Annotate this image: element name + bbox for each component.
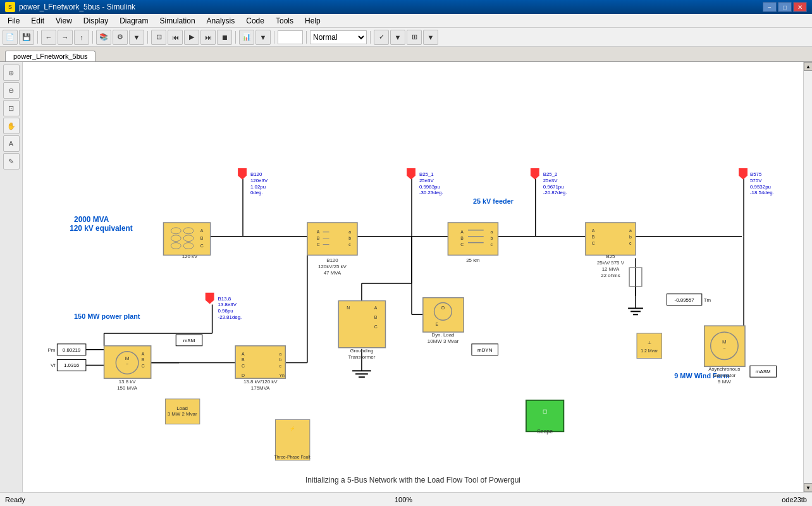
mode-select[interactable]: Normal Accelerator Rapid Accelerator <box>310 30 367 44</box>
menu-edit[interactable]: Edit <box>26 15 49 27</box>
svg-text:b: b <box>491 236 493 240</box>
settings-dropdown[interactable]: ▼ <box>129 30 144 45</box>
svg-text:25 km: 25 km <box>466 257 480 263</box>
canvas-area: mSM 0.80219 Pm 1.0316 Vf <box>23 62 803 492</box>
fit-button[interactable]: ⊡ <box>3 100 20 116</box>
svg-text:C: C <box>242 364 245 368</box>
grid-button[interactable]: ⊞ <box>407 30 422 45</box>
stop-button[interactable]: ⏹ <box>217 30 232 45</box>
svg-text:c: c <box>491 242 493 247</box>
up-button[interactable]: ↑ <box>74 30 89 45</box>
minimize-button[interactable]: − <box>763 2 777 12</box>
svg-text:Load: Load <box>176 405 188 411</box>
svg-text:c: c <box>629 241 632 245</box>
menu-tools[interactable]: Tools <box>271 15 298 27</box>
scope-dropdown[interactable]: ▼ <box>255 30 271 45</box>
run-dropdown[interactable]: ▼ <box>390 30 405 45</box>
svg-text:A: A <box>317 230 320 234</box>
redo-button[interactable]: → <box>58 30 73 45</box>
svg-text:120 kV: 120 kV <box>182 254 198 259</box>
svg-text:Yn: Yn <box>279 373 285 378</box>
scope-btn[interactable]: 📊 <box>239 30 254 45</box>
new-button[interactable]: 📄 <box>3 30 18 45</box>
grid-dropdown[interactable]: ▼ <box>423 30 438 45</box>
svg-text:Scope: Scope <box>537 428 553 435</box>
window-title: power_LFnetwork_5bus - Simulink <box>19 3 135 11</box>
right-scrollbar[interactable]: ▲ ▼ <box>803 62 812 492</box>
menu-help[interactable]: Help <box>300 15 326 27</box>
svg-text:-0.89557: -0.89557 <box>675 297 694 303</box>
svg-text:c: c <box>279 364 281 368</box>
svg-text:mASM: mASM <box>756 369 771 374</box>
svg-text:A: A <box>200 228 204 233</box>
menu-diagram[interactable]: Diagram <box>114 15 153 27</box>
svg-text:0.9532pu: 0.9532pu <box>750 184 771 190</box>
main-tab[interactable]: power_LFnetwork_5bus <box>5 51 95 61</box>
svg-text:47 MVA: 47 MVA <box>324 270 341 276</box>
svg-text:~: ~ <box>126 362 128 366</box>
svg-text:150 MVA: 150 MVA <box>117 385 138 391</box>
svg-text:D: D <box>242 373 245 378</box>
run-check[interactable]: ✓ <box>374 30 389 45</box>
menu-file[interactable]: File <box>3 15 25 27</box>
svg-text:2000 MVA: 2000 MVA <box>74 215 109 224</box>
svg-text:575V: 575V <box>750 178 762 183</box>
step-size-input[interactable]: 4 <box>278 30 303 44</box>
zoom-out-button[interactable]: ⊖ <box>3 82 20 99</box>
maximize-button[interactable]: □ <box>778 2 792 12</box>
left-sidebar: ⊕ ⊖ ⊡ ✋ A ✎ <box>0 62 23 492</box>
menu-display[interactable]: Display <box>78 15 113 27</box>
text-button[interactable]: A <box>3 135 20 152</box>
scroll-up-button[interactable]: ▲ <box>804 62 812 71</box>
svg-text:150 MW power plant: 150 MW power plant <box>74 312 140 320</box>
svg-text:175MVA: 175MVA <box>251 385 270 391</box>
svg-text:B25_2: B25_2 <box>543 171 558 177</box>
svg-text:B: B <box>200 236 204 240</box>
svg-text:M: M <box>722 339 727 345</box>
menu-code[interactable]: Code <box>241 15 269 27</box>
close-button[interactable]: ✕ <box>793 2 807 12</box>
sep1 <box>37 31 38 44</box>
menu-simulation[interactable]: Simulation <box>155 15 200 27</box>
svg-text:-18.54deg.: -18.54deg. <box>750 190 774 195</box>
svg-text:Pm: Pm <box>48 347 56 353</box>
save-button[interactable]: 💾 <box>19 30 34 45</box>
zoom-in-button[interactable]: ⊕ <box>3 65 20 81</box>
svg-text:-23.81deg.: -23.81deg. <box>218 314 242 320</box>
menu-analysis[interactable]: Analysis <box>202 15 240 27</box>
main-area: ⊕ ⊖ ⊡ ✋ A ✎ mSM <box>0 62 812 492</box>
svg-text:a: a <box>629 228 632 233</box>
svg-text:0.98pu: 0.98pu <box>218 308 233 314</box>
svg-text:E: E <box>436 322 439 326</box>
scroll-track[interactable] <box>804 71 812 483</box>
svg-text:0deg.: 0deg. <box>250 190 263 195</box>
settings-button[interactable]: ⚙ <box>113 30 128 45</box>
pan-button[interactable]: ✋ <box>3 118 20 134</box>
svg-text:A: A <box>242 352 245 356</box>
svg-text:-20.87deg.: -20.87deg. <box>543 190 567 195</box>
step-fwd[interactable]: ⏭ <box>200 30 216 45</box>
svg-text:9 MW: 9 MW <box>718 379 731 385</box>
status-ready: Ready <box>5 496 25 503</box>
undo-button[interactable]: ← <box>41 30 56 45</box>
svg-text:3 MW 2 Mvar: 3 MW 2 Mvar <box>168 412 197 417</box>
play-button[interactable]: ▶ <box>184 30 199 45</box>
menu-view[interactable]: View <box>51 15 77 27</box>
scroll-down-button[interactable]: ▼ <box>804 483 812 492</box>
svg-text:1.02pu: 1.02pu <box>250 184 266 190</box>
library-button[interactable]: 📚 <box>96 30 111 45</box>
svg-marker-130 <box>739 168 747 180</box>
window-controls[interactable]: − □ ✕ <box>763 2 807 12</box>
diagram-svg: mSM 0.80219 Pm 1.0316 Vf <box>23 62 803 492</box>
svg-text:b: b <box>629 235 632 239</box>
svg-text:B: B <box>242 357 245 362</box>
svg-text:⊙: ⊙ <box>441 305 445 311</box>
svg-text:B13.8: B13.8 <box>218 296 231 302</box>
svg-text:0.9983pu: 0.9983pu <box>419 184 440 190</box>
draw-button[interactable]: ✎ <box>3 153 20 170</box>
svg-marker-131 <box>206 293 214 304</box>
svg-text:Dyn. Load: Dyn. Load <box>431 332 454 338</box>
svg-text:B25: B25 <box>606 254 615 259</box>
zoom-reset[interactable]: ⊡ <box>151 30 166 45</box>
step-back[interactable]: ⏮ <box>168 30 183 45</box>
